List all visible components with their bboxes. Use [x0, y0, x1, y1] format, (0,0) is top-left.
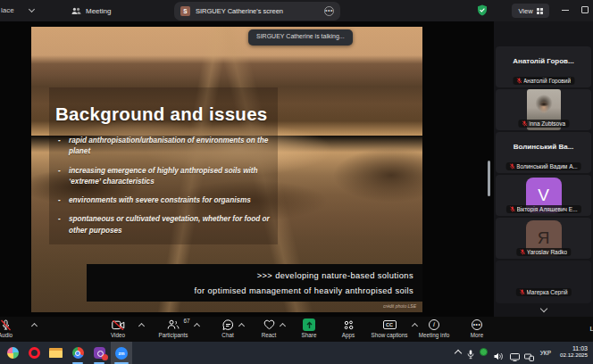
- slide-callout-box: >>> developing nature-based solutions fo…: [87, 264, 422, 302]
- participant-tile[interactable]: Inna Zubtsova: [496, 89, 591, 130]
- meeting-toolbar: Audio Video 67 Participants Chat: [0, 317, 593, 342]
- muted-mic-icon: [516, 78, 522, 84]
- minimize-button[interactable]: [562, 10, 569, 11]
- participant-name-chip: Магерка Сергій: [515, 288, 571, 296]
- zoom-meeting-window: lace Meeting S SIRGUEY Catherine's scree…: [0, 0, 593, 364]
- camera-off-icon: [112, 318, 125, 331]
- chrome-browser-icon[interactable]: [69, 344, 87, 361]
- video-button[interactable]: Video: [98, 318, 138, 338]
- participant-tile[interactable]: Волинський Ва... Волинський Вадим А...: [496, 132, 591, 173]
- show-captions-button[interactable]: CC Show captions: [370, 318, 409, 338]
- muted-mic-icon: [522, 120, 527, 127]
- participant-name-chip: Анатолій Горовий: [513, 77, 574, 85]
- windows-taskbar: zm УКР 11:03 02.12.2025: [0, 342, 593, 364]
- slide-bullet: -rapid anthropisation/urbanisation of en…: [58, 136, 271, 158]
- meeting-info-button[interactable]: i Meeting info: [407, 318, 461, 338]
- view-layout-icon: [537, 8, 543, 14]
- security-shield-icon[interactable]: [477, 4, 488, 16]
- shared-screen-slide: Background and issues -rapid anthropisat…: [31, 27, 422, 312]
- meeting-stage: Background and issues -rapid anthropisat…: [0, 21, 593, 317]
- collapse-strip-chevron-icon[interactable]: [539, 305, 547, 312]
- view-button-label: View: [518, 7, 532, 15]
- tray-mic-icon[interactable]: [467, 347, 474, 363]
- maximize-restore-button[interactable]: [581, 6, 589, 13]
- tray-volume-icon[interactable]: [494, 348, 504, 364]
- tab-shared-screen[interactable]: S SIRGUEY Catherine's screen •••: [174, 2, 340, 21]
- tab-options-icon[interactable]: •••: [324, 6, 334, 16]
- heart-icon: [263, 318, 275, 331]
- muted-mic-icon: [519, 289, 524, 295]
- title-bar: lace Meeting S SIRGUEY Catherine's scree…: [0, 0, 593, 21]
- participant-tile[interactable]: V Вікторія Аляшевич Е...: [496, 175, 591, 216]
- more-button[interactable]: ••• More: [457, 318, 497, 338]
- file-explorer-icon[interactable]: [46, 344, 64, 361]
- apps-button[interactable]: Apps: [329, 318, 368, 338]
- slide-bullet: -environments with severe constraints fo…: [58, 195, 271, 206]
- zoom-app-icon[interactable]: zm: [113, 344, 130, 361]
- audio-options-chevron[interactable]: [31, 323, 38, 329]
- muted-mic-icon: [509, 163, 514, 170]
- stage-scrollbar[interactable]: [488, 161, 490, 196]
- slide-bullet: -spontaneous or cultivated vegetation, w…: [58, 214, 271, 236]
- photo-credit: crédit photo LSE: [383, 303, 416, 309]
- tab-meeting-label: Meeting: [86, 7, 111, 15]
- participant-name-chip: Вікторія Аляшевич Е...: [505, 205, 580, 213]
- participants-icon: 67: [167, 318, 180, 331]
- audio-button[interactable]: Audio: [0, 318, 25, 338]
- workspace-tab-partial[interactable]: lace: [1, 6, 14, 14]
- captions-icon: CC: [383, 320, 397, 329]
- mic-muted-icon: [0, 318, 12, 331]
- pinwheel-app-icon[interactable]: [4, 344, 21, 361]
- tray-date: 02.12.2025: [560, 352, 588, 358]
- tray-expand-chevron[interactable]: [455, 350, 462, 357]
- participants-panel: Анатолій Горов... Анатолій Горовий Inna …: [494, 21, 593, 317]
- participant-name-chip: Inna Zubtsova: [518, 120, 569, 128]
- leave-button[interactable]: Leave: [590, 325, 593, 333]
- participants-button[interactable]: 67 Participants: [154, 318, 193, 338]
- tray-antivirus-icon[interactable]: [480, 348, 488, 356]
- active-speaker-toast: SIRGUEY Catherine is talking...: [248, 29, 353, 46]
- participant-tile[interactable]: Магерка Сергій: [496, 261, 591, 303]
- more-ellipsis-icon: •••: [472, 319, 482, 330]
- chevron-down-icon[interactable]: [29, 6, 35, 12]
- info-icon: i: [429, 319, 439, 330]
- participants-count: 67: [183, 318, 189, 324]
- opera-browser-icon[interactable]: [25, 344, 43, 361]
- video-options-chevron[interactable]: [138, 323, 145, 329]
- share-screen-icon: [303, 318, 315, 331]
- keyboard-language[interactable]: УКР: [540, 350, 551, 356]
- participant-name-chip: Волинський Вадим А...: [505, 162, 581, 170]
- tray-time: 11:03: [560, 345, 588, 352]
- muted-mic-icon: [509, 206, 514, 212]
- share-button[interactable]: Share: [289, 318, 329, 338]
- participant-tile[interactable]: Анатолій Горов... Анатолій Горовий: [496, 46, 591, 87]
- chat-bubble-icon: [222, 318, 234, 331]
- participant-tile[interactable]: Я Yaroslav Radko: [496, 218, 591, 259]
- participant-name-display: Анатолій Горов...: [496, 57, 591, 65]
- slide-bullet: -increasing emergence of highly anthropi…: [58, 166, 271, 188]
- view-button[interactable]: View: [512, 4, 549, 18]
- participants-options-chevron[interactable]: [194, 323, 200, 329]
- slide-bullet-list: -rapid anthropisation/urbanisation of en…: [58, 136, 271, 244]
- participant-name-display: Волинський Ва...: [496, 143, 591, 151]
- viber-app-icon[interactable]: [90, 344, 108, 361]
- screen-tab-badge: S: [180, 6, 190, 16]
- muted-mic-icon: [520, 249, 525, 255]
- tray-cast-icon[interactable]: [524, 349, 534, 364]
- participant-name-chip: Yaroslav Radko: [516, 248, 571, 256]
- taskbar-clock[interactable]: 11:03 02.12.2025: [560, 345, 588, 358]
- tab-meeting[interactable]: Meeting: [71, 4, 111, 18]
- people-icon: [71, 7, 81, 15]
- apps-icon: [343, 318, 355, 331]
- shared-screen-tab-label: SIRGUEY Catherine's screen: [196, 7, 283, 15]
- tray-network-icon[interactable]: [510, 349, 520, 364]
- slide-title: Background and issues: [55, 103, 268, 125]
